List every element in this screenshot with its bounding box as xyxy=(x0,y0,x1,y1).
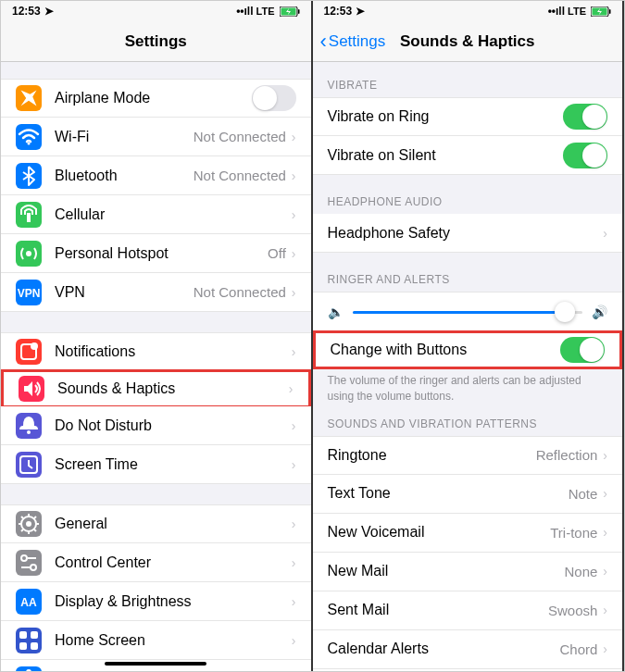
row-sent-mail[interactable]: Sent MailSwoosh› xyxy=(313,591,623,630)
sounds-haptics-screen: 12:53➤ ••ıll LTE ‹Settings Sounds & Hapt… xyxy=(313,1,625,671)
chevron-right-icon: › xyxy=(603,226,607,241)
row-airplane-mode[interactable]: Airplane Mode xyxy=(1,79,311,118)
chevron-right-icon: › xyxy=(292,207,296,222)
airplane-icon xyxy=(16,85,42,111)
section-header-sounds: SOUNDS AND VIBRATION PATTERNS xyxy=(313,417,623,436)
cellular-icon xyxy=(16,202,42,228)
status-bar: 12:53➤ ••ıll LTE xyxy=(1,1,311,21)
row-label: New Voicemail xyxy=(328,524,551,541)
row-change-with-buttons[interactable]: Change with Buttons xyxy=(313,330,623,369)
row-cellular[interactable]: Cellular› xyxy=(1,195,311,234)
row-label: Sounds & Haptics xyxy=(57,380,289,397)
chevron-right-icon: › xyxy=(289,381,294,396)
section-footer: The volume of the ringer and alerts can … xyxy=(313,367,623,404)
row-value: Not Connected xyxy=(194,284,286,300)
row-label: Airplane Mode xyxy=(55,90,252,106)
chevron-right-icon: › xyxy=(603,603,607,617)
svg-rect-18 xyxy=(19,631,27,639)
access-icon xyxy=(16,666,42,672)
row-value: Chord xyxy=(559,641,597,657)
row-label: Home Screen xyxy=(55,632,292,649)
row-notifications[interactable]: Notifications› xyxy=(1,332,311,371)
toggle-change-with-buttons[interactable] xyxy=(560,337,605,363)
row-text-tone[interactable]: Text ToneNote› xyxy=(313,475,623,514)
row-value: Off xyxy=(268,245,286,261)
chevron-right-icon: › xyxy=(292,516,296,531)
page-title: Sounds & Haptics xyxy=(400,32,534,51)
svg-text:VPN: VPN xyxy=(18,287,41,300)
general-icon xyxy=(16,511,42,537)
row-label: Display & Brightness xyxy=(55,593,292,610)
row-new-mail[interactable]: New MailNone› xyxy=(313,553,623,591)
home-indicator[interactable] xyxy=(105,662,206,666)
svg-rect-19 xyxy=(31,631,38,639)
chevron-right-icon: › xyxy=(292,130,296,144)
row-label: Notifications xyxy=(55,343,292,360)
volume-slider[interactable] xyxy=(353,311,583,314)
svg-rect-26 xyxy=(609,9,611,14)
chevron-right-icon: › xyxy=(292,344,296,359)
row-calendar-alerts[interactable]: Calendar AlertsChord› xyxy=(313,630,623,669)
row-control-center[interactable]: Control Center› xyxy=(1,543,311,582)
row-label: General xyxy=(55,516,292,532)
row-label: Accessibility xyxy=(55,671,292,672)
row-label: Ringtone xyxy=(328,447,536,464)
svg-point-14 xyxy=(31,565,36,570)
chevron-right-icon: › xyxy=(292,594,296,609)
back-button[interactable]: ‹Settings xyxy=(320,30,386,54)
location-icon: ➤ xyxy=(44,5,54,18)
row-general[interactable]: General› xyxy=(1,504,311,543)
row-personal-hotspot[interactable]: Personal HotspotOff› xyxy=(1,234,311,273)
chevron-right-icon: › xyxy=(292,555,296,570)
volume-slider-row: 🔈 🔊 xyxy=(313,292,623,332)
toggle[interactable] xyxy=(563,143,607,168)
row-headphone-safety[interactable]: Headphone Safety › xyxy=(313,214,623,253)
network-label: LTE xyxy=(568,6,586,17)
chevron-right-icon: › xyxy=(603,564,607,579)
row-home-screen[interactable]: Home Screen› xyxy=(1,621,311,660)
network-label: LTE xyxy=(256,6,275,17)
row-screen-time[interactable]: Screen Time› xyxy=(1,445,311,484)
svg-point-5 xyxy=(26,251,31,256)
row-vibrate-on-ring[interactable]: Vibrate on Ring xyxy=(313,97,623,136)
speaker-high-icon: 🔊 xyxy=(592,305,607,319)
row-wi-fi[interactable]: Wi-FiNot Connected› xyxy=(1,118,311,156)
row-label: Wi-Fi xyxy=(55,129,194,145)
row-display-brightness[interactable]: AADisplay & Brightness› xyxy=(1,582,311,621)
toggle[interactable] xyxy=(563,104,607,130)
row-label: Vibrate on Silent xyxy=(328,147,564,164)
row-vibrate-on-silent[interactable]: Vibrate on Silent xyxy=(313,136,623,175)
row-label: Headphone Safety xyxy=(328,225,604,242)
section-header-ringer: RINGER AND ALERTS xyxy=(313,273,623,292)
svg-point-9 xyxy=(27,430,31,434)
control-icon xyxy=(16,550,42,576)
svg-point-22 xyxy=(26,669,31,672)
signal-icon: ••ıll xyxy=(548,5,565,18)
row-sounds-haptics[interactable]: Sounds & Haptics› xyxy=(1,369,311,408)
row-label: VPN xyxy=(55,284,194,301)
wifi-icon xyxy=(16,124,42,150)
row-value: Swoosh xyxy=(548,603,597,618)
row-reminder-alerts[interactable]: Reminder AlertsPopcorn› xyxy=(313,669,623,671)
row-value: Not Connected xyxy=(194,168,286,183)
status-time: 12:53 xyxy=(324,5,353,18)
toggle[interactable] xyxy=(252,85,296,111)
row-value: Tri-tone xyxy=(550,525,597,541)
settings-screen: 12:53➤ ••ıll LTE Settings Airplane ModeW… xyxy=(1,1,313,671)
chevron-right-icon: › xyxy=(603,448,607,463)
row-ringtone[interactable]: RingtoneReflection› xyxy=(313,436,623,475)
row-do-not-disturb[interactable]: Do Not Disturb› xyxy=(1,406,311,445)
row-vpn[interactable]: VPNVPNNot Connected› xyxy=(1,273,311,312)
chevron-right-icon: › xyxy=(292,418,296,433)
svg-point-8 xyxy=(31,342,38,350)
nav-bar: ‹Settings Sounds & Haptics xyxy=(313,21,623,62)
row-bluetooth[interactable]: BluetoothNot Connected› xyxy=(1,156,311,195)
status-bar: 12:53➤ ••ıll LTE xyxy=(313,1,623,21)
chevron-left-icon: ‹ xyxy=(320,30,327,54)
location-icon: ➤ xyxy=(356,5,365,18)
signal-icon: ••ıll xyxy=(236,5,253,18)
row-label: Screen Time xyxy=(55,456,292,473)
row-new-voicemail[interactable]: New VoicemailTri-tone› xyxy=(313,514,623,553)
battery-icon xyxy=(589,6,611,17)
chevron-right-icon: › xyxy=(292,457,296,472)
